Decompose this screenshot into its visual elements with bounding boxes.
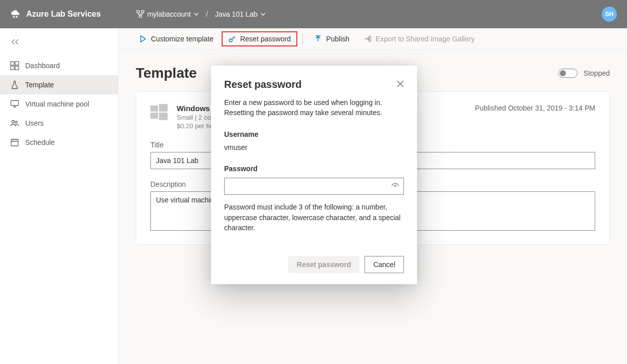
svg-rect-5: [11, 62, 14, 65]
cloud-lab-icon: [10, 9, 21, 20]
collapse-sidebar-button[interactable]: [0, 35, 118, 56]
export-icon: [363, 35, 372, 43]
password-input[interactable]: [224, 178, 404, 195]
close-icon: [397, 80, 404, 87]
brand-text: Azure Lab Services: [26, 10, 101, 19]
chevron-double-left-icon: [10, 38, 20, 45]
svg-rect-15: [150, 106, 158, 112]
sidebar-item-label: Dashboard: [25, 62, 60, 70]
toolbar-separator: [302, 33, 303, 44]
svg-rect-16: [159, 104, 168, 112]
key-icon: [228, 35, 236, 43]
vm-power-toggle[interactable]: [558, 69, 578, 78]
sidebar-item-label: Template: [25, 81, 54, 89]
sidebar-item-dashboard[interactable]: Dashboard: [0, 56, 118, 75]
breadcrumb-separator: /: [206, 10, 208, 18]
sidebar-item-template[interactable]: Template: [0, 75, 118, 94]
password-label: Password: [224, 164, 404, 174]
chevron-down-icon: [260, 12, 266, 17]
button-label: Export to Shared Image Gallery: [376, 35, 475, 43]
windows-icon: [150, 104, 168, 121]
svg-rect-3: [141, 11, 144, 13]
button-label: Reset password: [240, 35, 291, 43]
calendar-icon: [10, 138, 19, 147]
customize-template-button[interactable]: Customize template: [133, 32, 220, 46]
play-icon: [139, 35, 147, 43]
sidebar: Dashboard Template Virtual machine pool …: [0, 28, 119, 364]
upload-icon: [314, 35, 322, 43]
eye-icon: [391, 181, 400, 190]
flask-icon: [10, 80, 19, 89]
users-icon: [10, 119, 19, 128]
reset-password-submit-button[interactable]: Reset password: [288, 256, 359, 273]
svg-rect-2: [137, 11, 139, 13]
svg-point-0: [13, 16, 15, 18]
cancel-button[interactable]: Cancel: [364, 256, 404, 273]
svg-rect-12: [11, 139, 18, 146]
chevron-down-icon: [194, 12, 199, 17]
lab-dropdown[interactable]: Java 101 Lab: [215, 10, 266, 18]
lab-name: Java 101 Lab: [215, 10, 257, 18]
reset-password-dialog: Reset password Enter a new password to b…: [211, 66, 417, 284]
account-dropdown[interactable]: mylabaccount: [136, 10, 199, 18]
account-name: mylabaccount: [147, 10, 191, 18]
password-hint: Password must include 3 of the following…: [224, 202, 404, 233]
svg-rect-14: [369, 36, 371, 41]
breadcrumb: mylabaccount / Java 101 Lab: [136, 10, 266, 18]
published-info: Published October 31, 2019 - 3:14 PM: [475, 104, 595, 112]
monitor-icon: [10, 99, 19, 109]
svg-point-11: [16, 121, 18, 123]
svg-rect-6: [15, 62, 19, 65]
svg-point-1: [16, 16, 18, 18]
svg-rect-7: [11, 66, 14, 70]
dialog-title: Reset password: [224, 79, 301, 90]
reset-password-button[interactable]: Reset password: [222, 31, 297, 46]
sidebar-item-label: Users: [25, 119, 44, 127]
tree-icon: [136, 10, 144, 18]
vm-status: Stopped: [584, 69, 610, 77]
username-value: vmuser: [224, 142, 404, 152]
brand: Azure Lab Services: [10, 9, 101, 20]
toolbar: Customize template Reset password Publis…: [119, 28, 627, 50]
page-title: Template: [136, 65, 197, 81]
sidebar-item-label: Schedule: [25, 138, 55, 146]
top-bar: Azure Lab Services mylabaccount / Java 1…: [0, 0, 627, 28]
sidebar-item-vm-pool[interactable]: Virtual machine pool: [0, 94, 118, 114]
svg-rect-4: [139, 15, 141, 17]
dialog-intro: Enter a new password to be used when log…: [224, 97, 404, 118]
sidebar-item-users[interactable]: Users: [0, 114, 118, 133]
dashboard-icon: [10, 61, 19, 70]
avatar[interactable]: SH: [602, 7, 617, 22]
export-gallery-button: Export to Shared Image Gallery: [357, 32, 481, 46]
sidebar-item-schedule[interactable]: Schedule: [0, 133, 118, 152]
show-password-button[interactable]: [391, 181, 400, 193]
svg-point-10: [12, 121, 15, 123]
svg-point-19: [395, 185, 396, 187]
svg-rect-8: [15, 66, 19, 70]
publish-button[interactable]: Publish: [308, 32, 355, 46]
svg-rect-18: [159, 113, 168, 120]
svg-rect-9: [11, 100, 19, 106]
dialog-close-button[interactable]: [397, 80, 404, 89]
button-label: Customize template: [151, 35, 214, 43]
username-label: Username: [224, 129, 404, 139]
button-label: Publish: [326, 35, 349, 43]
sidebar-item-label: Virtual machine pool: [25, 100, 89, 108]
svg-rect-17: [150, 113, 158, 119]
